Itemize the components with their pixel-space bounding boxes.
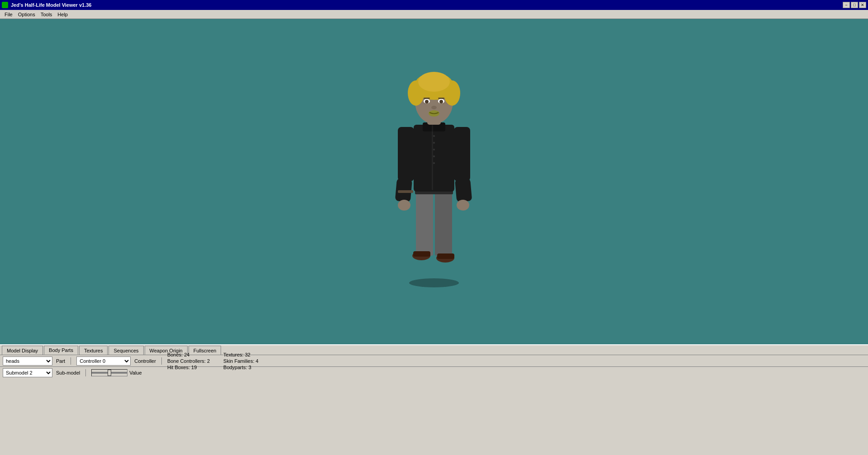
textures-stat: Textures: 32 xyxy=(223,352,259,357)
tab-model-display[interactable]: Model Display xyxy=(2,346,43,355)
slider-thumb[interactable] xyxy=(108,370,111,376)
menu-file[interactable]: File xyxy=(2,11,15,18)
character-model xyxy=(389,52,479,287)
tab-bar: Model Display Body Parts Textures Sequen… xyxy=(0,345,868,355)
close-button[interactable]: ✕ xyxy=(859,2,866,8)
svg-point-10 xyxy=(457,200,469,211)
svg-point-29 xyxy=(431,106,437,109)
svg-rect-36 xyxy=(398,190,413,193)
model-container xyxy=(389,52,479,287)
svg-rect-5 xyxy=(398,127,414,181)
svg-rect-6 xyxy=(395,178,412,202)
submodel-dropdown[interactable]: Submodel 2 xyxy=(3,368,52,377)
skin-families-stat: Skin Families: 4 xyxy=(223,358,259,364)
value-label: Value xyxy=(129,370,142,375)
minimize-button[interactable]: − xyxy=(843,2,850,8)
tab-body-parts[interactable]: Body Parts xyxy=(44,346,78,355)
controls-row-2: Submodel 2 Sub-model Value xyxy=(0,367,868,379)
svg-point-9 xyxy=(398,200,410,211)
tab-textures[interactable]: Textures xyxy=(79,346,108,355)
titlebar-left: Jed's Half-Life Model Viewer v1.36 xyxy=(2,2,91,8)
viewport[interactable] xyxy=(0,19,868,344)
part-label: Part xyxy=(56,358,65,364)
slider-container: Value xyxy=(91,369,142,376)
titlebar: Jed's Half-Life Model Viewer v1.36 − □ ✕ xyxy=(0,0,868,10)
menu-tools[interactable]: Tools xyxy=(38,11,55,18)
tab-sequences[interactable]: Sequences xyxy=(108,346,143,355)
menu-options[interactable]: Options xyxy=(15,11,38,18)
app-title: Jed's Half-Life Model Viewer v1.36 xyxy=(11,2,91,8)
svg-point-13 xyxy=(433,142,435,144)
controller-dropdown[interactable]: Controller 0 xyxy=(76,356,131,366)
svg-rect-8 xyxy=(455,178,472,202)
svg-rect-1 xyxy=(416,192,433,256)
bones-stat: Bones: 24 xyxy=(167,352,210,357)
svg-rect-2 xyxy=(435,192,452,256)
bodypart-dropdown[interactable]: heads xyxy=(3,356,52,366)
separator-1 xyxy=(71,357,71,365)
svg-rect-28 xyxy=(438,98,444,99)
svg-rect-34 xyxy=(437,253,454,259)
menu-help[interactable]: Help xyxy=(55,11,71,18)
value-slider[interactable] xyxy=(91,369,127,376)
app-icon xyxy=(2,2,8,8)
titlebar-controls[interactable]: − □ ✕ xyxy=(843,2,866,8)
svg-point-12 xyxy=(433,135,435,137)
svg-point-16 xyxy=(433,162,435,164)
svg-rect-7 xyxy=(454,127,470,181)
controller-label: Controller xyxy=(134,358,156,364)
controls-row-1: heads Part Controller 0 Controller Bones… xyxy=(0,355,868,367)
menubar: File Options Tools Help xyxy=(0,10,868,19)
svg-point-25 xyxy=(425,100,429,103)
svg-rect-4 xyxy=(414,125,454,192)
separator-2 xyxy=(161,357,162,365)
svg-rect-32 xyxy=(413,251,430,257)
svg-point-15 xyxy=(433,155,435,157)
svg-point-26 xyxy=(439,100,443,103)
svg-point-14 xyxy=(433,149,435,150)
svg-rect-27 xyxy=(424,98,430,99)
svg-rect-35 xyxy=(432,125,433,190)
maximize-button[interactable]: □ xyxy=(851,2,858,8)
bottom-panel: Model Display Body Parts Textures Sequen… xyxy=(0,344,868,455)
submodel-label: Sub-model xyxy=(56,370,80,375)
bone-controllers-stat: Bone Controllers: 2 xyxy=(167,358,210,364)
svg-point-0 xyxy=(409,278,459,287)
separator-3 xyxy=(85,369,86,376)
svg-point-22 xyxy=(418,72,450,92)
